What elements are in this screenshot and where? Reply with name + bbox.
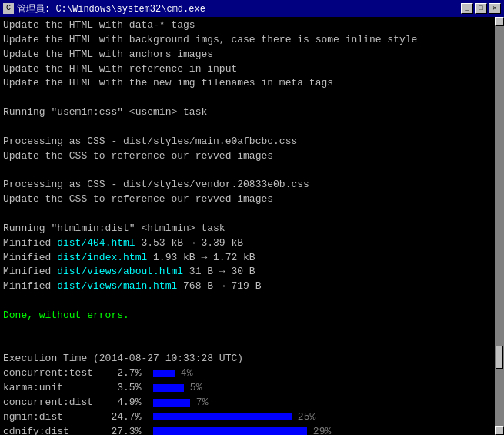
scroll-track[interactable] — [495, 26, 504, 426]
window-title: 管理員: C:\Windows\system32\cmd.exe — [17, 2, 205, 15]
file-link-4: dist/views/main.html — [57, 280, 177, 292]
line-22 — [3, 323, 501, 338]
line-7: Running "usemin:css" <usemin> task — [3, 105, 501, 120]
progress-ngmin-dist: ngmin:dist 24.7% 25% — [3, 410, 501, 425]
line-19: Minified dist/views/main.html 768 B → 71… — [3, 279, 501, 294]
line-2: Update the HTML with background imgs, ca… — [3, 33, 501, 48]
line-17: Minified dist/index.html 1.93 kB → 1.72 … — [3, 251, 501, 266]
line-5: Update the HTML with the new img filenam… — [3, 76, 501, 91]
file-link-3: dist/views/about.html — [57, 266, 183, 277]
window-controls: _ □ ✕ — [461, 3, 501, 14]
done-line: Done, without errors. — [3, 309, 501, 323]
line-8 — [3, 120, 501, 135]
line-20 — [3, 294, 501, 309]
window-container: C 管理員: C:\Windows\system32\cmd.exe _ □ ✕… — [0, 0, 504, 435]
line-14 — [3, 207, 501, 222]
line-15: Running "htmlmin:dist" <htmlmin> task — [3, 222, 501, 236]
scroll-thumb[interactable] — [496, 346, 503, 369]
line-16: Minified dist/404.html 3.53 kB → 3.39 kB — [3, 236, 501, 251]
progress-concurrent-test: concurrent:test 2.7% 4% — [3, 366, 501, 381]
cmd-icon: C — [3, 3, 14, 14]
line-1: Update the HTML with data-* tags — [3, 18, 501, 33]
progress-concurrent-dist: concurrent:dist 4.9% 7% — [3, 396, 501, 410]
progress-karma-unit: karma:unit 3.5% 5% — [3, 381, 501, 396]
line-6 — [3, 91, 501, 105]
execution-time-line: Execution Time (2014-08-27 10:33:28 UTC) — [3, 352, 501, 366]
line-12: Processing as CSS - dist/styles/vendor.2… — [3, 178, 501, 192]
file-link-1: dist/404.html — [57, 237, 135, 249]
line-10: Update the CSS to reference our revved i… — [3, 149, 501, 164]
line-9: Processing as CSS - dist/styles/main.e0a… — [3, 135, 501, 149]
maximize-button[interactable]: □ — [475, 3, 487, 14]
line-18: Minified dist/views/about.html 31 B → 30… — [3, 265, 501, 279]
console-output: Update the HTML with data-* tags Update … — [0, 17, 504, 435]
scroll-down-button[interactable]: ▼ — [495, 426, 504, 435]
file-link-2: dist/index.html — [57, 252, 147, 263]
line-11 — [3, 163, 501, 178]
minimize-button[interactable]: _ — [461, 3, 473, 14]
line-4: Update the HTML with reference in input — [3, 62, 501, 77]
line-3: Update the HTML with anchors images — [3, 48, 501, 62]
close-button[interactable]: ✕ — [489, 3, 501, 14]
scroll-up-button[interactable]: ▲ — [495, 17, 504, 26]
progress-cdnify-dist: cdnify:dist 27.3% 29% — [3, 425, 501, 435]
line-13: Update the CSS to reference our revved i… — [3, 192, 501, 207]
title-bar: C 管理員: C:\Windows\system32\cmd.exe _ □ ✕ — [0, 0, 504, 17]
title-bar-left: C 管理員: C:\Windows\system32\cmd.exe — [3, 2, 205, 15]
line-23 — [3, 338, 501, 353]
scrollbar[interactable]: ▲ ▼ — [495, 17, 504, 435]
